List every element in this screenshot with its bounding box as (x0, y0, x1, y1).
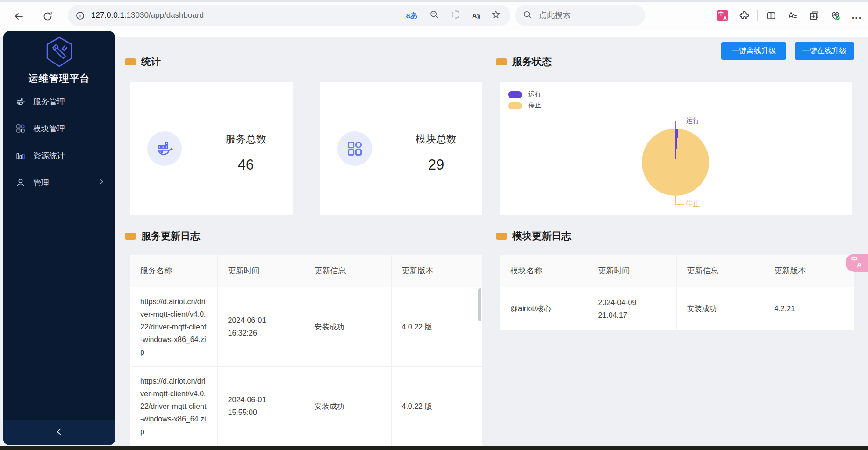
address-bar[interactable]: 127.0.0.1:13030/app/dashboard aあ A)) (68, 5, 510, 26)
offline-upgrade-button[interactable]: 一键离线升级 (721, 42, 786, 60)
stat-card-services: 服务总数 46 (130, 82, 293, 215)
cell-update-info: 安装成功 (304, 287, 391, 366)
section-marker (496, 58, 507, 65)
legend-label: 停止 (528, 101, 541, 110)
cell-update-version: 4.0.22 版 (391, 366, 482, 446)
sidebar-item-admin[interactable]: 管理 (3, 169, 115, 196)
cell-update-time: 2024-04-0921:04:17 (588, 287, 676, 330)
modules-icon (15, 123, 26, 134)
cell-service-name: https://d.airiot.cn/driver-mqtt-client/v… (130, 366, 217, 446)
tracking-prevention-icon[interactable] (451, 9, 461, 21)
sidebar: 运维管理平台 服务管理 模块管理 资源统计 (3, 31, 115, 445)
sidebar-item-label: 管理 (33, 178, 98, 188)
table-header-row: 模块名称 更新时间 更新信息 更新版本 (500, 255, 854, 287)
cell-update-info: 安装成功 (304, 366, 391, 446)
section-marker (496, 233, 507, 240)
legend-swatch (508, 91, 522, 98)
stats-section-header: 统计 (125, 55, 161, 68)
browser-essentials-icon[interactable] (827, 7, 844, 24)
translate-app-icon[interactable]: 中A (714, 7, 731, 24)
service-log-section-header: 服务更新日志 (125, 229, 200, 243)
screen: 127.0.0.1:13030/app/dashboard aあ A)) (0, 0, 868, 450)
legend-label: 运行 (528, 90, 541, 99)
cell-update-info: 安装成功 (676, 287, 764, 330)
table-row[interactable]: https://d.airiot.cn/driver-mqtt-client/v… (130, 287, 482, 366)
read-aloud-icon[interactable]: A)) (472, 12, 480, 20)
section-title: 统计 (141, 55, 161, 68)
pie-label-stopped: 停止 (686, 200, 700, 208)
app-logo toolbox-hexagon-icon (3, 36, 115, 71)
column-header[interactable]: 更新时间 (588, 255, 676, 287)
zoom-out-icon[interactable] (429, 9, 439, 21)
toolbar-divider (757, 10, 758, 21)
pie-callout-line (675, 121, 684, 129)
cell-update-time: 2024-06-0115:55:00 (217, 366, 304, 446)
module-log-table: 模块名称 更新时间 更新信息 更新版本 @airiot/核心 2024-04-0… (500, 255, 854, 330)
sidebar-item-module-mgmt[interactable]: 模块管理 (3, 115, 115, 142)
section-marker (125, 58, 136, 65)
quick-search-box[interactable] (515, 5, 645, 26)
section-marker (125, 233, 136, 240)
sidebar-item-service-mgmt[interactable]: 服务管理 (3, 88, 115, 115)
service-log-table: 服务名称 更新时间 更新信息 更新版本 https://d.airiot.cn/… (130, 255, 482, 446)
table-row[interactable]: https://d.airiot.cn/driver-mqtt-client/v… (130, 366, 482, 446)
pie-callout-line (675, 196, 684, 205)
section-title: 模块更新日志 (512, 229, 571, 243)
online-upgrade-button[interactable]: 一键在线升级 (795, 42, 854, 60)
content-top-band (0, 31, 868, 37)
stat-value: 29 (399, 157, 473, 173)
column-header[interactable]: 更新版本 (391, 255, 482, 287)
settings-menu-icon[interactable]: ... (848, 7, 865, 24)
sidebar-item-resource-stats[interactable]: 资源统计 (3, 142, 115, 169)
favorite-star-icon[interactable] (491, 9, 501, 21)
cell-update-version: 4.2.21 (764, 287, 854, 330)
url-text[interactable]: 127.0.0.1:13030/app/dashboard (91, 11, 406, 20)
translate-inline-icon[interactable]: aあ (406, 11, 418, 21)
browser-toolbar: 127.0.0.1:13030/app/dashboard aあ A)) (0, 2, 868, 31)
table-header-row: 服务名称 更新时间 更新信息 更新版本 (130, 255, 482, 287)
legend-swatch (508, 102, 522, 109)
site-info-icon[interactable] (74, 7, 86, 24)
module-log-section-header: 模块更新日志 (496, 229, 571, 243)
pie-label-running: 运行 (686, 116, 700, 125)
service-status-card: 运行 停止 运行 停止 (500, 82, 852, 215)
bar-chart-icon (15, 150, 26, 161)
legend-item-stopped[interactable]: 停止 (508, 101, 541, 110)
column-header[interactable]: 模块名称 (500, 255, 588, 287)
refresh-icon[interactable] (39, 8, 56, 25)
back-icon[interactable] (10, 8, 27, 25)
legend-item-running[interactable]: 运行 (508, 90, 541, 99)
cell-module-name: @airiot/核心 (500, 287, 588, 330)
stat-value: 46 (208, 157, 283, 173)
sidebar-item-label: 模块管理 (33, 123, 105, 134)
favorites-icon[interactable] (784, 7, 801, 24)
column-header[interactable]: 更新时间 (217, 255, 304, 287)
cell-update-version: 4.0.22 版 (391, 287, 482, 366)
cell-service-name: https://d.airiot.cn/driver-mqtt-client/v… (130, 287, 217, 366)
app-title: 运维管理平台 (3, 72, 115, 85)
stat-label: 模块总数 (399, 132, 473, 146)
taskbar-edge (0, 446, 868, 450)
chevron-left-icon (55, 427, 64, 438)
modules-icon (337, 131, 372, 166)
service-status-section-header: 服务状态 (496, 55, 552, 68)
column-header[interactable]: 更新信息 (676, 255, 764, 287)
search-input[interactable] (538, 10, 619, 21)
stat-card-modules: 模块总数 29 (320, 82, 482, 215)
column-header[interactable]: 服务名称 (130, 255, 217, 287)
cell-update-time: 2024-06-0116:32:26 (217, 287, 304, 366)
section-title: 服务更新日志 (141, 229, 200, 243)
column-header[interactable]: 更新版本 (764, 255, 854, 287)
collections-icon[interactable] (805, 7, 822, 24)
sidebar-collapse-button[interactable] (3, 420, 115, 445)
split-screen-icon[interactable] (762, 7, 779, 24)
status-pie-chart[interactable] (642, 129, 709, 196)
column-header[interactable]: 更新信息 (304, 255, 391, 287)
sidebar-item-label: 服务管理 (33, 96, 105, 107)
floating-translate-button translate-icon[interactable]: 中 A (846, 254, 868, 272)
docker-icon (147, 131, 182, 166)
stat-label: 服务总数 (208, 132, 283, 146)
table-scrollbar[interactable] (478, 288, 481, 321)
table-row[interactable]: @airiot/核心 2024-04-0921:04:17 安装成功 4.2.2… (500, 287, 854, 330)
extensions-icon[interactable] (736, 7, 753, 24)
